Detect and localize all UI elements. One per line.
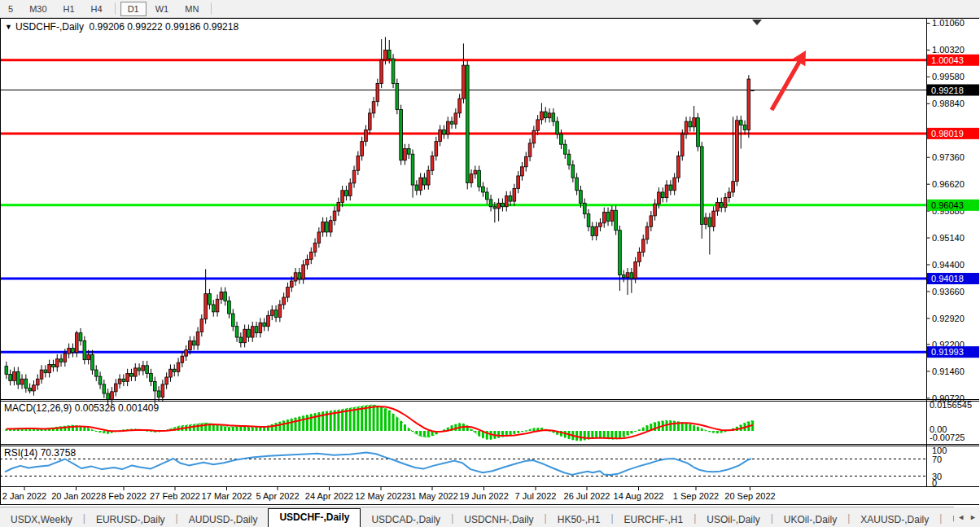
tab-audusd-daily[interactable]: AUDUSD-,Daily [178,512,269,527]
macd-histogram-bar [415,431,418,434]
candle-body [443,130,446,134]
candle-body [423,178,427,185]
macd-histogram-bar [243,427,246,431]
candle-body [255,327,258,333]
candle-body [599,223,602,226]
timeframe-button-d1[interactable]: D1 [120,2,147,16]
candle-body [575,178,579,191]
candle-body [536,120,540,130]
candle-body [365,130,368,141]
candle-body [619,231,622,275]
tab-scroll-right-icon[interactable]: ► [969,513,977,521]
candle-body [716,202,720,211]
macd-histogram-bar [310,415,313,431]
macd-histogram-bar [295,418,297,431]
candle-body [83,340,86,359]
macd-histogram-bar [220,425,222,431]
macd-histogram-bar [580,431,582,441]
tab-xauusd-daily[interactable]: XAUUSD-,Daily [850,512,939,527]
tab-usoil-daily[interactable]: USOil-,Daily [696,512,770,527]
candle-body [329,221,332,232]
candle-body [384,50,387,59]
candle-body [528,143,532,156]
candle-body [665,185,668,198]
date-axis-label: 12 May 2022 [355,491,407,501]
candle-body [548,113,551,118]
tab-eurusd-daily[interactable]: EURUSD-,Daily [85,512,176,527]
candle-body [36,379,39,385]
candle-body [317,232,321,243]
tab-usdcnh-daily[interactable]: USDCNH-,Daily [453,512,544,527]
date-axis-label: 19 Jun 2022 [459,491,509,501]
macd-histogram-bar [423,431,426,437]
candle-body [204,294,208,319]
timeframe-button-h1[interactable]: H1 [56,2,82,16]
date-axis-label: 24 Apr 2022 [305,491,353,501]
candle-body [94,370,98,376]
macd-histogram-bar [193,424,195,431]
timeframe-button-w1[interactable]: W1 [148,2,177,16]
tab-eurchf-h1[interactable]: EURCHF-,H1 [614,512,694,527]
chart-shift-marker-icon[interactable] [752,20,762,25]
candle-body [567,154,571,165]
candle-body [669,185,672,191]
macd-histogram-bar [591,431,593,438]
candle-body [728,192,731,198]
macd-histogram-bar [478,431,480,436]
chart-tab-bar: USDX,Weekly|EURUSD-,Daily|AUDUSD-,DailyU… [0,507,980,527]
timeframe-button-5[interactable]: 5 [1,2,20,16]
collapse-indicators-icon[interactable]: ▼ [5,23,12,31]
price-axis-label: 0.93660 [932,287,965,296]
candle-body [5,367,8,375]
macd-histogram-bar [599,431,602,437]
macd-histogram-bar [232,427,234,431]
date-axis-label: 1 Sep 2022 [673,491,719,501]
candle-body [247,329,251,337]
candle-body [501,203,505,206]
tab-usdcad-daily[interactable]: USDCAD-,Daily [361,512,451,527]
timeframe-button-m30[interactable]: M30 [22,2,54,16]
macd-histogram-bar [228,427,230,431]
price-axis-label: 0.91460 [932,367,965,376]
macd-histogram-bar [376,406,378,431]
timeframe-button-h4[interactable]: H4 [84,2,110,16]
candle-body [396,83,399,109]
candle-body [654,204,657,216]
date-axis-label: 8 Feb 2022 [101,491,147,501]
candle-body [563,144,567,154]
price-axis-label: 0.99580 [932,72,965,81]
tab-scroll-left-icon[interactable]: ◄ [957,513,965,521]
date-axis-label: 20 Jan 2022 [51,491,101,501]
candle-body [212,305,215,312]
macd-histogram-bar [388,411,391,431]
candle-body [439,130,442,141]
tab-usdchf-daily[interactable]: USDCHF-,Daily [268,508,361,527]
candle-body [630,273,633,279]
macd-histogram-bar [400,421,402,431]
macd-histogram-bar [689,424,691,431]
candle-body [259,323,262,332]
candle-body [478,170,481,187]
timeframe-button-mn[interactable]: MN [177,2,206,16]
candle-body [270,310,273,316]
price-axis-label: 0.94400 [932,260,965,270]
macd-histogram-bar [217,424,219,431]
candle-body [532,130,536,143]
candle-body [462,65,466,99]
tab-hk50-h1[interactable]: HK50-,H1 [547,512,611,527]
tab-usdx-weekly[interactable]: USDX,Weekly [0,512,83,527]
candle-body [231,314,234,327]
macd-histogram-bar [83,427,85,431]
candle-body [200,319,203,332]
candlestick-chart[interactable]: 1.010601.003200.995800.988400.973600.966… [0,18,980,506]
candle-body [552,113,555,121]
candle-body [415,185,418,191]
chart-window[interactable]: 1.010601.003200.995800.988400.973600.966… [0,18,980,506]
candle-body [177,362,180,371]
candle-body [400,109,403,160]
candle-body [52,364,55,367]
tab-ukoil-daily[interactable]: UKOil-,Daily [773,512,847,527]
price-level-badge-text: 1.00043 [931,55,964,65]
candle-body [419,178,422,191]
candle-body [40,370,43,379]
